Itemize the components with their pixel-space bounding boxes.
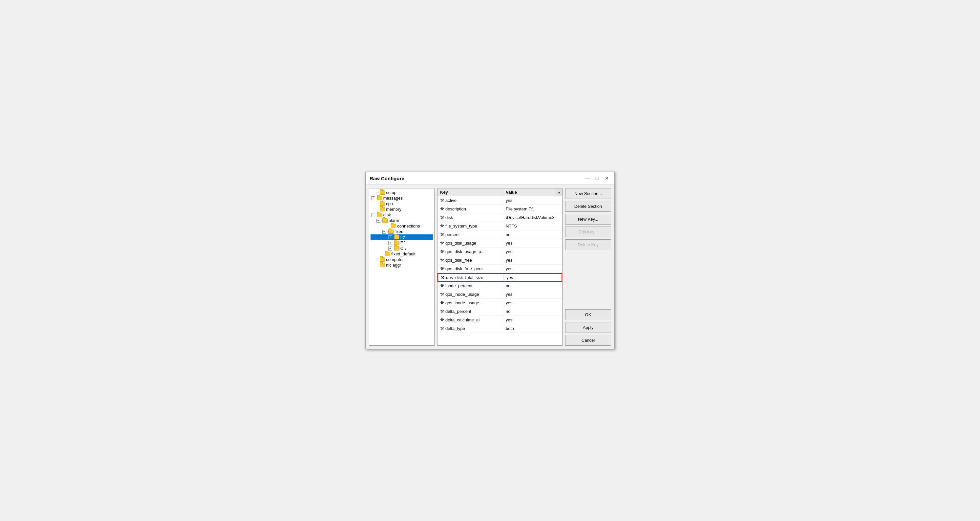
- tree-item-setup[interactable]: ···· setup: [371, 190, 433, 195]
- kv-value-qos-disk-free: yes: [503, 257, 562, 264]
- scroll-up-button[interactable]: ▲: [556, 188, 562, 196]
- table-row[interactable]: ⚒ percent no: [438, 231, 562, 239]
- tree-panel[interactable]: ···· setup + · messages ···· cpu ···: [369, 188, 434, 346]
- kv-header-value-label: Value: [506, 190, 517, 195]
- tree-item-fixed[interactable]: − · fixed: [371, 229, 433, 234]
- tool-icon: ⚒: [440, 283, 444, 288]
- tree-item-cback[interactable]: + · C:\: [371, 245, 433, 251]
- expand-fixed[interactable]: −: [382, 230, 386, 234]
- tool-icon: ⚒: [440, 249, 444, 254]
- tree-label-messages: messages: [383, 196, 403, 201]
- expand-fback[interactable]: +: [388, 236, 392, 239]
- table-row[interactable]: ⚒ active yes: [438, 196, 562, 205]
- table-row[interactable]: ⚒ disk \Device\HarddiskVolume3: [438, 213, 562, 222]
- tree-label-fback: F:\: [400, 235, 405, 240]
- tree-item-messages[interactable]: + · messages: [371, 195, 433, 201]
- table-row[interactable]: ⚒ delta_calculate_all yes: [438, 316, 562, 324]
- kv-value-delta-calculate-all: yes: [503, 317, 562, 323]
- expand-alarm[interactable]: −: [377, 219, 380, 223]
- tree-label-eback: E:\: [400, 240, 406, 245]
- new-key-button[interactable]: New Key...: [565, 214, 611, 225]
- kv-key-description: ⚒ description: [438, 206, 503, 212]
- tool-icon: ⚒: [440, 207, 444, 212]
- table-row[interactable]: ⚒ qos_disk_usage yes: [438, 239, 562, 247]
- kv-key-qos-disk-free-perc: ⚒ qos_disk_free_perc: [438, 265, 503, 272]
- delete-section-button[interactable]: Delete Section: [565, 201, 611, 212]
- tool-icon: ⚒: [440, 258, 444, 263]
- table-row[interactable]: ⚒ qos_inode_usage... yes: [438, 299, 562, 307]
- tool-icon: ⚒: [440, 198, 444, 203]
- apply-button[interactable]: Apply: [565, 322, 611, 333]
- table-row[interactable]: ⚒ inode_percent no: [438, 282, 562, 290]
- kv-value-percent: no: [503, 231, 562, 238]
- tree-item-fback[interactable]: + · F:\: [371, 234, 433, 240]
- cancel-button[interactable]: Cancel: [565, 335, 611, 346]
- table-row[interactable]: ⚒ delta_type both: [438, 324, 562, 333]
- folder-icon-eback: [394, 241, 399, 245]
- expand-disk[interactable]: −: [371, 213, 375, 217]
- tool-icon: ⚒: [440, 326, 444, 331]
- folder-icon-memory: [380, 207, 385, 212]
- table-row[interactable]: ⚒ qos_inode_usage yes: [438, 290, 562, 299]
- ok-button[interactable]: OK: [565, 309, 611, 320]
- raw-configure-window: Raw Configure — □ ✕ ···· setup + · messa…: [365, 172, 615, 349]
- tree-label-fixed: fixed: [395, 229, 403, 234]
- table-row[interactable]: ⚒ qos_disk_free yes: [438, 256, 562, 264]
- tree-item-memory[interactable]: ···· memory: [371, 207, 433, 212]
- button-panel: New Section... Delete Section New Key...…: [565, 188, 611, 346]
- tree-item-computer[interactable]: ···· computer: [371, 257, 433, 262]
- kv-key-qos-disk-usage: ⚒ qos_disk_usage: [438, 240, 503, 247]
- table-row-highlighted[interactable]: ⚒ qos_disk_total_size yes: [438, 273, 562, 282]
- title-bar: Raw Configure — □ ✕: [366, 172, 614, 185]
- tree-label-computer: computer: [386, 257, 404, 262]
- tree-item-cpu[interactable]: ···· cpu: [371, 201, 433, 207]
- tool-icon: ⚒: [440, 266, 444, 271]
- tree-item-alarm[interactable]: − · alarm: [371, 218, 433, 223]
- kv-key-delta-type: ⚒ delta_type: [438, 325, 503, 332]
- kv-body[interactable]: ⚒ active yes ⚒ description File system F…: [438, 196, 562, 345]
- minimize-button[interactable]: —: [584, 175, 591, 182]
- folder-icon-messages: [377, 196, 382, 200]
- kv-key-qos-inode-usage2: ⚒ qos_inode_usage...: [438, 300, 503, 306]
- table-row[interactable]: ⚒ description File system F:\: [438, 205, 562, 213]
- tree-item-nic-aggr[interactable]: ···· nic aggr: [371, 262, 433, 268]
- close-button[interactable]: ✕: [603, 175, 611, 182]
- kv-key-delta-calculate-all: ⚒ delta_calculate_all: [438, 317, 503, 323]
- kv-value-qos-disk-free-perc: yes: [503, 265, 562, 272]
- kv-key-qos-disk-usage-p: ⚒ qos_disk_usage_p...: [438, 248, 503, 255]
- kv-key-active: ⚒ active: [438, 197, 503, 204]
- kv-key-qos-disk-free: ⚒ qos_disk_free: [438, 257, 503, 264]
- folder-icon-fixed-default: [385, 252, 390, 256]
- table-row[interactable]: ⚒ qos_disk_free_perc yes: [438, 264, 562, 273]
- tree-item-connections[interactable]: ···· connections: [371, 223, 433, 229]
- tool-icon: ⚒: [440, 300, 444, 305]
- tree-label-cpu: cpu: [386, 201, 393, 206]
- expand-messages[interactable]: +: [371, 196, 375, 200]
- table-row[interactable]: ⚒ qos_disk_usage_p... yes: [438, 247, 562, 256]
- tree-item-fixed-default[interactable]: ···· fixed_default: [371, 251, 433, 257]
- tool-icon: ⚒: [440, 232, 444, 237]
- kv-value-qos-disk-usage-p: yes: [503, 248, 562, 255]
- tool-icon: ⚒: [440, 317, 444, 322]
- kv-value-qos-inode-usage: yes: [503, 291, 562, 298]
- kv-key-inode-percent: ⚒ inode_percent: [438, 282, 503, 289]
- tree-item-eback[interactable]: + · E:\: [371, 240, 433, 245]
- table-row[interactable]: ⚒ file_system_type NTFS: [438, 222, 562, 231]
- kv-header-key-label: Key: [440, 190, 448, 195]
- folder-icon-setup: [380, 190, 385, 195]
- expand-cback[interactable]: +: [388, 247, 392, 250]
- tree-item-disk[interactable]: − · disk: [371, 212, 433, 218]
- tree-label-memory: memory: [386, 207, 401, 212]
- tool-icon: ⚒: [440, 292, 444, 297]
- edit-key-button[interactable]: Edit Key...: [565, 226, 611, 237]
- tool-icon: ⚒: [440, 223, 444, 228]
- new-section-button[interactable]: New Section...: [565, 188, 611, 199]
- maximize-button[interactable]: □: [593, 175, 601, 182]
- kv-header: Key Value ▲: [438, 188, 562, 196]
- expand-eback[interactable]: +: [388, 241, 392, 245]
- tree-label-cback: C:\: [400, 246, 406, 251]
- window-controls: — □ ✕: [584, 175, 611, 182]
- delete-key-button[interactable]: Delete Key: [565, 239, 611, 250]
- table-row[interactable]: ⚒ delta_percent no: [438, 307, 562, 316]
- kv-value-inode-percent: no: [503, 282, 562, 289]
